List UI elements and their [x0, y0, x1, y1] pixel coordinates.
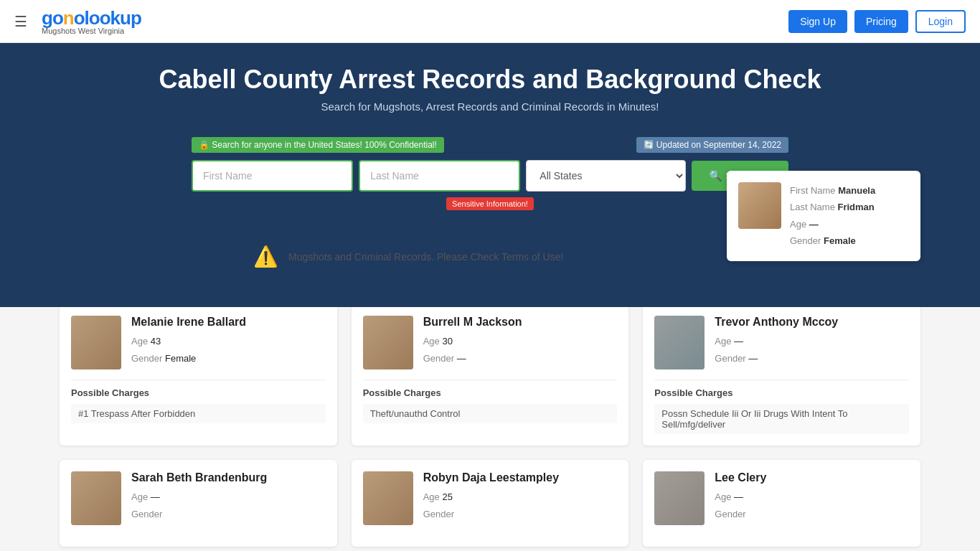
header-left: ☰ gonolookup Mugshots West Virginia [14, 7, 141, 35]
person-details: Sarah Beth Brandenburg Age — Gender [131, 471, 326, 524]
person-card: Trevor Anthony Mccoy Age — Gender — Poss… [643, 304, 920, 446]
person-card-top: Trevor Anthony Mccoy Age — Gender — [654, 316, 909, 369]
person-details: Melanie Irene Ballard Age 43 Gender Fema… [131, 316, 326, 368]
gender-label: Gender [715, 353, 748, 364]
gender-value: — [748, 353, 758, 364]
age-value: 43 [151, 336, 161, 347]
charges-section: Possible Charges Theft/unauthd Control [363, 380, 618, 423]
gender-label: Gender [790, 235, 821, 246]
person-card-top: Burrell M Jackson Age 30 Gender — [363, 316, 618, 369]
person-name: Burrell M Jackson [423, 316, 618, 329]
age-value: 30 [442, 336, 452, 347]
logo: gonolookup Mugshots West Virginia [42, 7, 141, 35]
age-value: 25 [442, 491, 452, 502]
gender-value: — [457, 353, 466, 364]
person-avatar [654, 316, 705, 369]
age-value: — [809, 219, 819, 230]
featured-first-name: First Name Manuela [790, 182, 875, 199]
person-name: Melanie Irene Ballard [131, 316, 326, 329]
logo-oo2: o [74, 7, 85, 29]
age-value: — [734, 336, 743, 347]
featured-gender: Gender Female [790, 232, 875, 249]
logo-lookup: lookup [85, 7, 141, 29]
person-details: Burrell M Jackson Age 30 Gender — [423, 316, 618, 368]
charges-label: Possible Charges [71, 387, 326, 398]
pricing-button[interactable]: Pricing [854, 10, 908, 33]
person-details: Robyn Daja Leestampley Age 25 Gender [423, 471, 618, 524]
charges-label: Possible Charges [654, 387, 909, 398]
main-content: Melanie Irene Ballard Age 43 Gender Fema… [45, 283, 935, 551]
last-name-label: Last Name [790, 202, 835, 212]
person-card: Sarah Beth Brandenburg Age — Gender [60, 460, 337, 547]
first-name-label: First Name [790, 185, 836, 196]
person-avatar [363, 316, 413, 369]
gender-value: Female [165, 353, 196, 364]
gender-label: Gender [715, 509, 745, 519]
person-meta: Age 30 Gender — [423, 333, 618, 368]
signup-button[interactable]: Sign Up [788, 10, 847, 33]
age-label: Age [423, 336, 443, 347]
gender-value: Female [824, 235, 856, 246]
logo-noo: n [63, 7, 74, 29]
first-name-value: Manuela [838, 185, 875, 196]
person-details: Trevor Anthony Mccoy Age — Gender — [715, 316, 909, 368]
charges-label: Possible Charges [363, 387, 618, 398]
gender-label: Gender [131, 353, 165, 364]
hero-section: Cabell County Arrest Records and Backgro… [0, 43, 980, 283]
person-meta: Age — Gender [131, 489, 326, 524]
charges-section: Possible Charges Possn Schedule Iii Or I… [654, 380, 909, 434]
person-meta: Age 43 Gender Female [131, 333, 326, 368]
page-title: Cabell County Arrest Records and Backgro… [45, 65, 935, 95]
age-label: Age [131, 491, 151, 502]
person-card-top: Sarah Beth Brandenburg Age — Gender [71, 471, 326, 525]
person-card: Melanie Irene Ballard Age 43 Gender Fema… [60, 304, 337, 446]
last-name-value: Fridman [838, 202, 875, 212]
site-header: ☰ gonolookup Mugshots West Virginia Sign… [0, 0, 980, 43]
person-avatar [654, 471, 705, 525]
header-nav: Sign Up Pricing Login [788, 10, 966, 33]
logo-subtitle: Mugshots West Virginia [42, 27, 124, 35]
person-card: Robyn Daja Leestampley Age 25 Gender [352, 460, 629, 547]
age-label: Age [131, 336, 151, 347]
gender-label: Gender [423, 509, 454, 519]
charge-item: #1 Trespass After Forbidden [71, 404, 326, 423]
person-card-top: Melanie Irene Ballard Age 43 Gender Fema… [71, 316, 326, 369]
featured-avatar [738, 182, 781, 229]
person-meta: Age — Gender — [715, 333, 909, 368]
person-meta: Age — Gender [715, 489, 909, 524]
person-details: Lee Clery Age — Gender [715, 471, 909, 524]
charge-item: Theft/unauthd Control [363, 404, 618, 423]
person-name: Robyn Daja Leestampley [423, 471, 618, 484]
featured-info: First Name Manuela Last Name Fridman Age… [790, 182, 875, 250]
hamburger-menu-icon[interactable]: ☰ [14, 13, 27, 30]
charges-section: Possible Charges #1 Trespass After Forbi… [71, 380, 326, 423]
person-card-top: Robyn Daja Leestampley Age 25 Gender [363, 471, 618, 525]
person-name: Sarah Beth Brandenburg [131, 471, 326, 484]
age-label: Age [423, 491, 443, 502]
people-grid: Melanie Irene Ballard Age 43 Gender Fema… [60, 304, 920, 547]
age-value: — [734, 491, 743, 502]
featured-last-name: Last Name Fridman [790, 199, 875, 215]
age-label: Age [715, 491, 734, 502]
age-value: — [151, 491, 160, 502]
login-button[interactable]: Login [915, 10, 966, 33]
person-card-top: Lee Clery Age — Gender [654, 471, 909, 525]
charge-item: Possn Schedule Iii Or Iii Drugs With Int… [654, 404, 909, 434]
person-avatar [363, 471, 413, 525]
featured-age: Age — [790, 216, 875, 232]
person-avatar [71, 316, 121, 369]
logo-go: go [42, 7, 63, 29]
gender-label: Gender [423, 353, 457, 364]
age-label: Age [790, 219, 806, 230]
person-name: Lee Clery [715, 471, 909, 484]
person-meta: Age 25 Gender [423, 489, 618, 524]
person-avatar [71, 471, 121, 525]
person-card: Lee Clery Age — Gender [643, 460, 920, 547]
age-label: Age [715, 336, 734, 347]
person-name: Trevor Anthony Mccoy [715, 316, 909, 329]
gender-label: Gender [131, 509, 162, 519]
featured-person-card: First Name Manuela Last Name Fridman Age… [727, 171, 920, 261]
person-card: Burrell M Jackson Age 30 Gender — Possib… [352, 304, 629, 446]
